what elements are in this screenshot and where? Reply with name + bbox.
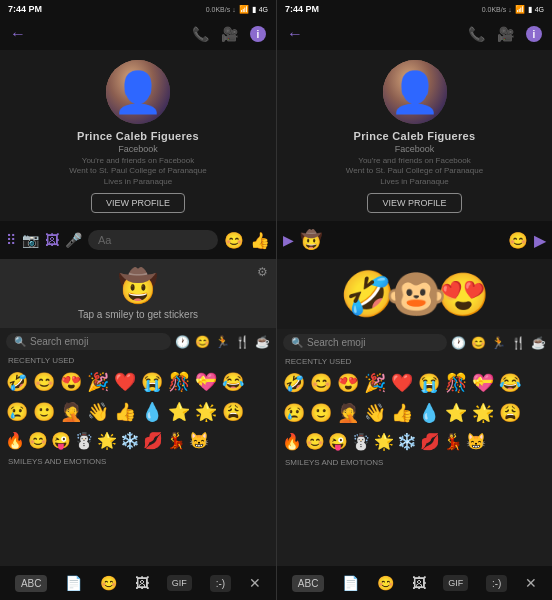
emoji-r2-3-left[interactable]: 🤦 bbox=[58, 399, 84, 425]
doc-icon-right[interactable]: 📄 bbox=[342, 575, 359, 591]
abc-btn-left[interactable]: ABC bbox=[15, 575, 48, 592]
back-arrow-right[interactable]: ← bbox=[287, 25, 303, 43]
cup-tab-right[interactable]: ☕ bbox=[531, 336, 546, 350]
emoji-7-right[interactable]: 🎊 bbox=[443, 370, 469, 396]
emoji-r2-4-right[interactable]: 👋 bbox=[362, 400, 388, 426]
emoji-kb-icon-right[interactable]: 😊 bbox=[377, 575, 394, 591]
emoji-r2-7-right[interactable]: ⭐ bbox=[443, 400, 469, 426]
emoji-5-right[interactable]: ❤️ bbox=[389, 370, 415, 396]
emoji-r3-2-right[interactable]: 😊 bbox=[304, 430, 326, 452]
info-icon-right[interactable]: i bbox=[526, 26, 542, 42]
emoji-r3-8-left[interactable]: 💃 bbox=[165, 429, 187, 451]
doc-icon-left[interactable]: 📄 bbox=[65, 575, 82, 591]
emoji-active-icon-right[interactable]: 🤠 bbox=[300, 229, 322, 251]
emoji-smiley-right[interactable]: 😊 bbox=[508, 231, 528, 250]
smile-tab-left[interactable]: 😊 bbox=[195, 335, 210, 349]
emoji-r2-8-right[interactable]: 🌟 bbox=[470, 400, 496, 426]
emoji-r2-7-left[interactable]: ⭐ bbox=[166, 399, 192, 425]
video-icon-right[interactable]: 🎥 bbox=[497, 26, 514, 42]
emoji-1-left[interactable]: 🤣 bbox=[4, 369, 30, 395]
sticker-kb-icon-right[interactable]: 🖼 bbox=[412, 575, 426, 591]
emoji-search-input-right[interactable]: 🔍 Search emoji bbox=[283, 334, 447, 351]
emoji-r2-5-left[interactable]: 👍 bbox=[112, 399, 138, 425]
emoji-r2-6-left[interactable]: 💧 bbox=[139, 399, 165, 425]
emoji-r2-6-right[interactable]: 💧 bbox=[416, 400, 442, 426]
info-icon-left[interactable]: i bbox=[250, 26, 266, 42]
emoji-kb-icon-left[interactable]: 😊 bbox=[100, 575, 117, 591]
close-kb-btn-right[interactable]: ✕ bbox=[525, 575, 537, 591]
emoji-1-right[interactable]: 🤣 bbox=[281, 370, 307, 396]
emoji-r2-1-right[interactable]: 😢 bbox=[281, 400, 307, 426]
emoji-r2-1-left[interactable]: 😢 bbox=[4, 399, 30, 425]
emoji-r3-4-right[interactable]: ☃️ bbox=[350, 430, 372, 452]
emoji-r3-9-right[interactable]: 😸 bbox=[465, 430, 487, 452]
emoji-4-left[interactable]: 🎉 bbox=[85, 369, 111, 395]
view-profile-btn-left[interactable]: VIEW PROFILE bbox=[91, 193, 185, 213]
image-icon-left[interactable]: 🖼 bbox=[45, 232, 59, 248]
settings-icon-left[interactable]: ⚙ bbox=[257, 265, 268, 279]
emoji-r2-9-right[interactable]: 😩 bbox=[497, 400, 523, 426]
emoji-3-left[interactable]: 😍 bbox=[58, 369, 84, 395]
emoji-r3-7-right[interactable]: 💋 bbox=[419, 430, 441, 452]
food-tab-right[interactable]: 🍴 bbox=[511, 336, 526, 350]
people-tab-right[interactable]: 🏃 bbox=[491, 336, 506, 350]
emoji-r3-4-left[interactable]: ☃️ bbox=[73, 429, 95, 451]
sticker-kb-icon-left[interactable]: 🖼 bbox=[135, 575, 149, 591]
emoji-r3-8-right[interactable]: 💃 bbox=[442, 430, 464, 452]
emoji-r3-6-right[interactable]: ❄️ bbox=[396, 430, 418, 452]
emoji-r2-2-left[interactable]: 🙂 bbox=[31, 399, 57, 425]
emoji-2-right[interactable]: 😊 bbox=[308, 370, 334, 396]
emoji-7-left[interactable]: 🎊 bbox=[166, 369, 192, 395]
emoji-r2-2-right[interactable]: 🙂 bbox=[308, 400, 334, 426]
gif-btn-right[interactable]: GIF bbox=[443, 575, 468, 591]
emoji-3-right[interactable]: 😍 bbox=[335, 370, 361, 396]
video-icon-left[interactable]: 🎥 bbox=[221, 26, 238, 42]
people-tab-left[interactable]: 🏃 bbox=[215, 335, 230, 349]
emoji-4-right[interactable]: 🎉 bbox=[362, 370, 388, 396]
emoji-9-right[interactable]: 😂 bbox=[497, 370, 523, 396]
message-input-left[interactable]: Aa bbox=[88, 230, 218, 250]
smiley-face-btn-left[interactable]: :-) bbox=[210, 575, 231, 592]
emoji-6-right[interactable]: 😭 bbox=[416, 370, 442, 396]
phone-icon-left[interactable]: 📞 bbox=[192, 26, 209, 42]
emoji-r3-2-left[interactable]: 😊 bbox=[27, 429, 49, 451]
emoji-btn-left[interactable]: 😊 bbox=[224, 231, 244, 250]
emoji-r3-1-right[interactable]: 🔥 bbox=[281, 430, 303, 452]
emoji-r2-4-left[interactable]: 👋 bbox=[85, 399, 111, 425]
emoji-r2-8-left[interactable]: 🌟 bbox=[193, 399, 219, 425]
emoji-r3-6-left[interactable]: ❄️ bbox=[119, 429, 141, 451]
view-profile-btn-right[interactable]: VIEW PROFILE bbox=[367, 193, 461, 213]
smile-tab-right[interactable]: 😊 bbox=[471, 336, 486, 350]
emoji-5-left[interactable]: ❤️ bbox=[112, 369, 138, 395]
emoji-r3-3-left[interactable]: 😜 bbox=[50, 429, 72, 451]
back-arrow-left[interactable]: ← bbox=[10, 25, 26, 43]
abc-btn-right[interactable]: ABC bbox=[292, 575, 325, 592]
emoji-2-left[interactable]: 😊 bbox=[31, 369, 57, 395]
like-btn-left[interactable]: 👍 bbox=[250, 231, 270, 250]
gif-btn-left[interactable]: GIF bbox=[167, 575, 192, 591]
emoji-8-right[interactable]: 💝 bbox=[470, 370, 496, 396]
mic-icon-left[interactable]: 🎤 bbox=[65, 232, 82, 248]
close-kb-btn-left[interactable]: ✕ bbox=[249, 575, 261, 591]
emoji-r3-3-right[interactable]: 😜 bbox=[327, 430, 349, 452]
emoji-r3-5-right[interactable]: 🌟 bbox=[373, 430, 395, 452]
emoji-r3-9-left[interactable]: 😸 bbox=[188, 429, 210, 451]
emoji-6-left[interactable]: 😭 bbox=[139, 369, 165, 395]
expand-icon-right[interactable]: ▶ bbox=[283, 232, 294, 248]
emoji-r3-5-left[interactable]: 🌟 bbox=[96, 429, 118, 451]
food-tab-left[interactable]: 🍴 bbox=[235, 335, 250, 349]
emoji-9-left[interactable]: 😂 bbox=[220, 369, 246, 395]
smiley-face-btn-right[interactable]: :-) bbox=[486, 575, 507, 592]
big-emoji-2[interactable]: 🐵 bbox=[385, 265, 447, 323]
emoji-r2-3-right[interactable]: 🤦 bbox=[335, 400, 361, 426]
emoji-8-left[interactable]: 💝 bbox=[193, 369, 219, 395]
emoji-r2-9-left[interactable]: 😩 bbox=[220, 399, 246, 425]
phone-icon-right[interactable]: 📞 bbox=[468, 26, 485, 42]
emoji-r2-5-right[interactable]: 👍 bbox=[389, 400, 415, 426]
emoji-r3-7-left[interactable]: 💋 bbox=[142, 429, 164, 451]
cup-tab-left[interactable]: ☕ bbox=[255, 335, 270, 349]
grid-icon-left[interactable]: ⠿ bbox=[6, 232, 16, 248]
emoji-search-input-left[interactable]: 🔍 Search emoji bbox=[6, 333, 171, 350]
clock-tab-left[interactable]: 🕐 bbox=[175, 335, 190, 349]
clock-tab-right[interactable]: 🕐 bbox=[451, 336, 466, 350]
